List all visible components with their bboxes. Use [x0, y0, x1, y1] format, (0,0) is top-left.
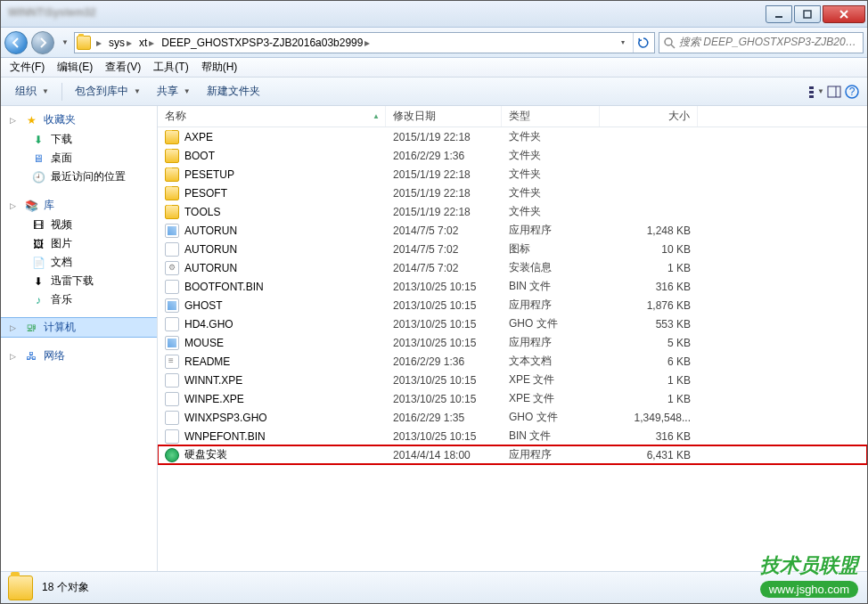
sidebar-head-favorites[interactable]: ▷★收藏夹: [1, 110, 157, 130]
file-date-cell: 2013/10/25 10:15: [386, 299, 502, 312]
address-bar[interactable]: ▸ sys▸ xt▸ DEEP_GHOSTXPSP3-ZJB2016a03b29…: [74, 32, 655, 53]
sidebar-item-label: 视频: [51, 217, 72, 233]
view-options-button[interactable]: ▼: [808, 84, 824, 100]
include-library-button[interactable]: 包含到库中▼: [68, 81, 148, 102]
column-name[interactable]: 名称: [158, 106, 386, 127]
column-size[interactable]: 大小: [600, 106, 698, 127]
main-split: ▷★收藏夹 ⬇下载 🖥桌面 🕘最近访问的位置 ▷📚库 🎞视频 🖼图片 📄文档 ⬇…: [1, 106, 867, 571]
file-name: WINPE.XPE: [184, 393, 244, 405]
column-date[interactable]: 修改日期: [386, 106, 502, 127]
exe-icon: [165, 298, 179, 313]
sidebar-item-documents[interactable]: 📄文档: [1, 253, 157, 272]
sidebar-label: 计算机: [44, 320, 76, 335]
forward-button[interactable]: [31, 31, 54, 54]
menu-edit[interactable]: 编辑(E): [52, 58, 98, 77]
nav-history-dropdown[interactable]: ▼: [58, 31, 70, 54]
svg-rect-8: [809, 95, 814, 98]
file-row[interactable]: AUTORUN2014/7/5 7:02应用程序1,248 KB: [158, 221, 867, 240]
column-type[interactable]: 类型: [502, 106, 600, 127]
svg-point-4: [665, 38, 672, 45]
file-row[interactable]: AUTORUN2014/7/5 7:02图标10 KB: [158, 240, 867, 258]
download-icon: ⬇: [31, 274, 45, 289]
file-row[interactable]: BOOT2016/2/29 1:36文件夹: [158, 146, 867, 165]
sidebar-label: 网络: [44, 348, 65, 363]
file-row[interactable]: TOOLS2015/1/19 22:18文件夹: [158, 202, 867, 221]
file-row[interactable]: PESOFT2015/1/19 22:18文件夹: [158, 184, 867, 202]
sidebar-item-recent[interactable]: 🕘最近访问的位置: [1, 167, 157, 186]
breadcrumb-item[interactable]: xt▸: [137, 33, 156, 53]
file-size-cell: 5 KB: [600, 337, 698, 349]
share-button[interactable]: 共享▼: [150, 81, 198, 102]
file-row[interactable]: 硬盘安装2014/4/14 18:00应用程序6,431 KB: [158, 445, 867, 464]
file-type-cell: 文件夹: [502, 148, 600, 163]
file-name: GHOST: [184, 299, 223, 312]
file-row[interactable]: GHOST2013/10/25 10:15应用程序1,876 KB: [158, 296, 867, 314]
file-row[interactable]: BOOTFONT.BIN2013/10/25 10:15BIN 文件316 KB: [158, 277, 867, 296]
minimize-button[interactable]: [766, 5, 792, 23]
folder-icon: [8, 575, 33, 600]
file-row[interactable]: WINXPSP3.GHO2016/2/29 1:35GHO 文件1,349,54…: [158, 408, 867, 427]
breadcrumb-label: xt: [139, 37, 147, 49]
file-row[interactable]: AXPE2015/1/19 22:18文件夹: [158, 127, 867, 146]
search-input[interactable]: 搜索 DEEP_GHOSTXPSP3-ZJB2016...: [659, 32, 864, 53]
file-row[interactable]: WINPE.XPE2013/10/25 10:15XPE 文件1 KB: [158, 389, 867, 408]
preview-pane-button[interactable]: [826, 84, 842, 100]
sidebar-item-network[interactable]: ▷🖧网络: [1, 346, 157, 366]
maximize-icon: [803, 10, 812, 19]
sidebar-item-downloads[interactable]: ⬇下载: [1, 130, 157, 149]
collapse-icon: ▷: [10, 323, 19, 332]
sidebar-item-pictures[interactable]: 🖼图片: [1, 234, 157, 253]
sidebar-item-computer[interactable]: ▷🖳计算机: [1, 318, 157, 337]
menu-help[interactable]: 帮助(H): [196, 58, 243, 77]
search-icon: [663, 37, 676, 49]
file-name: AXPE: [184, 131, 213, 143]
file-name: AUTORUN: [184, 243, 237, 256]
sidebar-head-libraries[interactable]: ▷📚库: [1, 195, 157, 216]
file-row[interactable]: PESETUP2015/1/19 22:18文件夹: [158, 165, 867, 184]
refresh-button[interactable]: [633, 33, 652, 53]
star-icon: ★: [24, 113, 38, 127]
file-name: README: [184, 355, 230, 368]
file-name-cell: GHOST: [158, 298, 386, 313]
menu-view[interactable]: 查看(V): [100, 58, 146, 77]
sidebar-item-videos[interactable]: 🎞视频: [1, 216, 157, 234]
sidebar-libraries: ▷📚库 🎞视频 🖼图片 📄文档 ⬇迅雷下载 ♪音乐: [1, 195, 157, 309]
file-row[interactable]: WINNT.XPE2013/10/25 10:15XPE 文件1 KB: [158, 371, 867, 389]
address-dropdown[interactable]: ▾: [615, 38, 629, 46]
file-type-cell: 应用程序: [502, 223, 600, 238]
close-button[interactable]: [823, 5, 865, 23]
back-button[interactable]: [4, 31, 28, 54]
collapse-icon: ▷: [10, 116, 19, 125]
help-button[interactable]: ?: [844, 84, 860, 100]
folder-icon: [165, 149, 179, 163]
collapse-icon: ▷: [10, 201, 19, 210]
file-row[interactable]: AUTORUN2014/7/5 7:02安装信息1 KB: [158, 258, 867, 277]
maximize-button[interactable]: [794, 5, 821, 23]
menu-tools[interactable]: 工具(T): [148, 58, 193, 77]
file-size-cell: 1,248 KB: [600, 224, 698, 237]
organize-button[interactable]: 组织▼: [8, 81, 56, 102]
file-row[interactable]: MOUSE2013/10/25 10:15应用程序5 KB: [158, 333, 867, 352]
file-row[interactable]: README2016/2/29 1:36文本文档6 KB: [158, 352, 867, 371]
file-name-cell: AUTORUN: [158, 261, 386, 275]
file-row[interactable]: HD4.GHO2013/10/25 10:15GHO 文件553 KB: [158, 314, 867, 333]
sidebar-item-desktop[interactable]: 🖥桌面: [1, 149, 157, 167]
menu-file[interactable]: 文件(F): [4, 58, 50, 77]
bin-icon: [165, 392, 179, 406]
file-date-cell: 2013/10/25 10:15: [386, 337, 502, 349]
breadcrumb-root[interactable]: ▸: [94, 33, 103, 53]
sidebar-item-thunder[interactable]: ⬇迅雷下载: [1, 272, 157, 290]
file-name: HD4.GHO: [184, 318, 233, 331]
breadcrumb-item[interactable]: DEEP_GHOSTXPSP3-ZJB2016a03b2999▸: [160, 33, 372, 53]
file-date-cell: 2013/10/25 10:15: [386, 374, 502, 387]
breadcrumb-item[interactable]: sys▸: [107, 33, 134, 53]
file-row[interactable]: WNPEFONT.BIN2013/10/25 10:15BIN 文件316 KB: [158, 427, 867, 445]
new-folder-button[interactable]: 新建文件夹: [200, 81, 267, 102]
file-type-cell: 应用程序: [502, 298, 600, 313]
svg-rect-6: [809, 86, 814, 89]
share-label: 共享: [157, 84, 178, 99]
file-type-cell: 文件夹: [502, 167, 600, 182]
green-icon: [165, 448, 179, 462]
sidebar-item-music[interactable]: ♪音乐: [1, 290, 157, 309]
back-arrow-icon: [11, 37, 21, 48]
